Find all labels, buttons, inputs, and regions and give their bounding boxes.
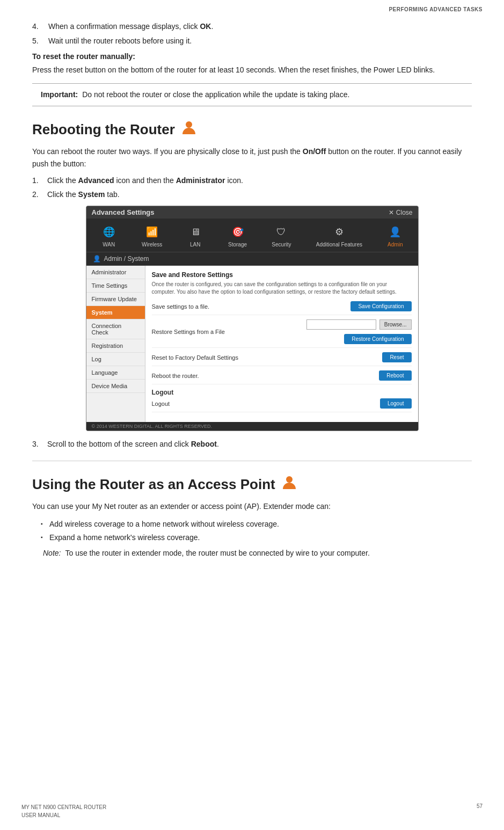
footer-left: MY NET N900 CENTRAL ROUTER USER MANUAL — [21, 803, 106, 819]
reboot-step-2: 2. Click the System tab. — [32, 189, 472, 200]
reboot-intro: You can reboot the router two ways. If y… — [32, 145, 472, 170]
step-5-num: 5. — [32, 35, 48, 47]
reset-button[interactable]: Reset — [382, 352, 411, 362]
reboot-step-1-text: Click the Advanced icon and then the Adm… — [47, 175, 243, 186]
ss-nav: 🌐 WAN 📶 Wireless 🖥 LAN 🎯 Storage 🛡 Secur… — [86, 219, 418, 252]
reboot-step-2-num: 2. — [32, 189, 47, 200]
bullet-item-2: Expand a home network's wireless coverag… — [43, 532, 472, 543]
admin-person-icon: 👤 — [93, 255, 101, 263]
save-row-label: Save settings to a file. — [152, 303, 210, 310]
nav-storage[interactable]: 🎯 Storage — [225, 223, 250, 249]
bullet-item-1: Add wireless coverage to a home network … — [43, 518, 472, 530]
ss-row-logout: Logout Logout — [152, 398, 412, 412]
restore-input-row: Browse... — [306, 319, 412, 330]
sidebar-connection-check[interactable]: Connection Check — [86, 319, 145, 339]
nav-admin[interactable]: 👤 Admin — [384, 223, 406, 249]
footer-page-number: 57 — [477, 803, 483, 819]
access-point-title-text: Using the Router as an Access Point — [32, 476, 275, 493]
reboot-step-3-num: 3. — [32, 439, 47, 450]
reboot-step-3-text: Scroll to the bottom of the screen and c… — [47, 439, 219, 450]
lan-icon: 🖥 — [187, 224, 203, 240]
access-point-section-title: Using the Router as an Access Point — [32, 474, 472, 495]
page-footer: MY NET N900 CENTRAL ROUTER USER MANUAL 5… — [0, 803, 504, 819]
reboot-step-1: 1. Click the Advanced icon and then the … — [32, 175, 472, 186]
ss-close-button[interactable]: ✕ Close — [389, 209, 413, 216]
browse-button[interactable]: Browse... — [379, 319, 412, 330]
ss-row-restore: Restore Settings from a File Browse... R… — [152, 319, 412, 348]
sidebar-registration[interactable]: Registration — [86, 339, 145, 353]
storage-icon: 🎯 — [230, 224, 246, 240]
restore-file-input[interactable] — [306, 319, 376, 330]
close-label: Close — [396, 209, 413, 216]
manual-reset-para: Press the reset button on the bottom of … — [32, 64, 472, 76]
note-box: Note: To use the router in extender mode… — [43, 548, 472, 559]
nav-security[interactable]: 🛡 Security — [268, 223, 294, 249]
header-title: PERFORMING ADVANCED TASKS — [389, 6, 483, 12]
logout-row-label: Logout — [152, 401, 170, 407]
footer-product: MY NET N900 CENTRAL ROUTER — [21, 803, 106, 811]
footer-manual: USER MANUAL — [21, 811, 106, 819]
nav-wan[interactable]: 🌐 WAN — [98, 223, 120, 249]
svg-point-1 — [286, 476, 293, 483]
ss-content-desc: Once the router is configured, you can s… — [152, 281, 412, 296]
additional-icon: ⚙ — [331, 224, 347, 240]
restore-controls: Browse... Restore Configuration — [306, 319, 412, 344]
restore-config-button[interactable]: Restore Configuration — [344, 334, 411, 344]
ss-content-area: Save and Restore Settings Once the route… — [145, 266, 418, 422]
ss-row-reset: Reset to Factory Default Settings Reset — [152, 352, 412, 366]
sidebar-language[interactable]: Language — [86, 366, 145, 380]
sidebar-firmware-update[interactable]: Firmware Update — [86, 293, 145, 306]
step-4: 4. When a confirmation message displays,… — [32, 21, 472, 32]
sidebar-administrator[interactable]: Administrator — [86, 266, 145, 279]
screenshot-box: Advanced Settings ✕ Close 🌐 WAN 📶 Wirele… — [86, 206, 419, 431]
ss-content-title: Save and Restore Settings — [152, 271, 412, 279]
security-icon: 🛡 — [273, 224, 289, 240]
save-config-button[interactable]: Save Configuration — [350, 301, 411, 311]
svg-point-0 — [186, 121, 192, 128]
ss-sidebar: Administrator Time Settings Firmware Upd… — [86, 266, 145, 422]
page-content: 4. When a confirmation message displays,… — [0, 16, 504, 574]
reboot-row-label: Reboot the router. — [152, 373, 199, 379]
wan-icon: 🌐 — [101, 224, 117, 240]
step-5: 5. Wait until the router reboots before … — [32, 35, 472, 47]
reboot-title-text: Rebooting the Router — [32, 121, 175, 138]
sidebar-log[interactable]: Log — [86, 353, 145, 366]
reset-row-label: Reset to Factory Default Settings — [152, 354, 238, 361]
nav-lan[interactable]: 🖥 LAN — [184, 223, 207, 249]
ss-admin-bar: 👤 Admin / System — [86, 252, 418, 266]
page-header: PERFORMING ADVANCED TASKS — [0, 0, 504, 16]
note-text: To use the router in extender mode, the … — [65, 548, 369, 559]
logout-section-label: Logout — [152, 389, 412, 396]
note-label: Note: — [43, 548, 61, 559]
logout-button[interactable]: Logout — [380, 398, 412, 409]
reboot-step-1-num: 1. — [32, 175, 47, 186]
reboot-step-3: 3. Scroll to the bottom of the screen an… — [32, 439, 472, 450]
person-icon-2 — [281, 474, 298, 495]
step-5-text: Wait until the router reboots before usi… — [48, 35, 192, 47]
manual-reset-heading: To reset the router manually: — [32, 52, 472, 61]
reboot-step-2-text: Click the System tab. — [47, 189, 120, 200]
ss-main: Administrator Time Settings Firmware Upd… — [86, 266, 418, 422]
reboot-button[interactable]: Reboot — [379, 370, 411, 381]
wireless-icon: 📶 — [144, 224, 160, 240]
sidebar-time-settings[interactable]: Time Settings — [86, 279, 145, 293]
sidebar-system[interactable]: System — [86, 306, 145, 319]
ss-footer: © 2014 WESTERN DIGITAL. ALL RIGHTS RESER… — [86, 422, 418, 431]
sidebar-device-media[interactable]: Device Media — [86, 380, 145, 393]
ss-row-save: Save settings to a file. Save Configurat… — [152, 301, 412, 315]
reboot-steps: 1. Click the Advanced icon and then the … — [32, 175, 472, 200]
important-label: Important: — [41, 89, 78, 100]
step-4-text: When a confirmation message displays, cl… — [48, 21, 213, 32]
admin-bar-label: Admin / System — [104, 255, 149, 263]
person-icon — [180, 119, 198, 140]
ss-topbar: Advanced Settings ✕ Close — [86, 206, 418, 219]
reboot-section-title: Rebooting the Router — [32, 119, 472, 140]
step-4-num: 4. — [32, 21, 48, 32]
nav-wireless[interactable]: 📶 Wireless — [138, 223, 165, 249]
nav-additional[interactable]: ⚙ Additional Features — [313, 223, 366, 249]
close-x: ✕ — [389, 209, 394, 216]
section-divider — [32, 461, 472, 461]
ss-row-reboot: Reboot the router. Reboot — [152, 370, 412, 384]
important-text: Do not reboot the router or close the ap… — [82, 89, 349, 100]
admin-icon: 👤 — [387, 224, 403, 240]
